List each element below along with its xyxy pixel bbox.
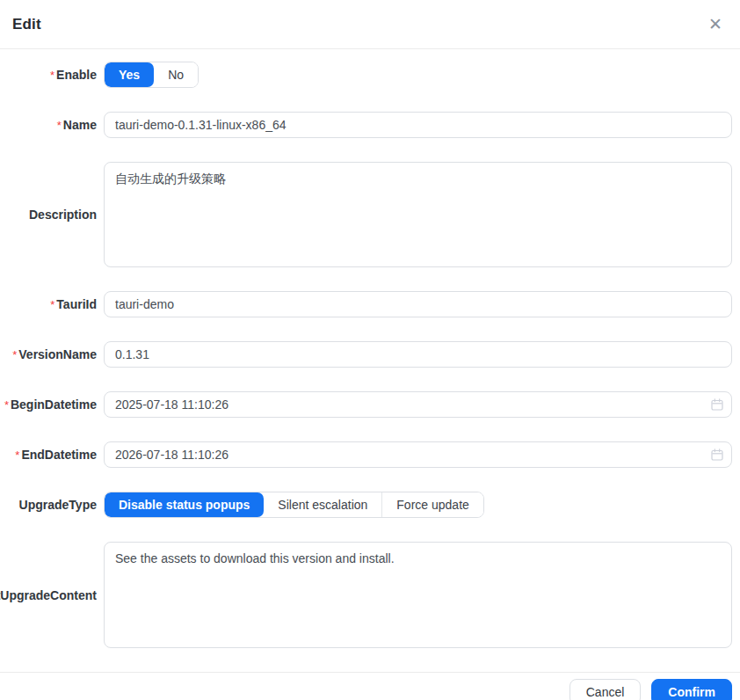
begindatetime-label-text: BeginDatetime [11,397,97,412]
required-mark: * [57,119,62,132]
close-icon[interactable]: ✕ [707,14,724,34]
upgradetype-label-text: UpgradeType [19,498,97,512]
upgradetype-option-disable-popups[interactable]: Disable status popups [105,492,264,517]
row-upgradecontent: tUpgradeContent See the assets to downlo… [0,542,740,648]
row-enable: * Enable Yes No [0,62,740,88]
calendar-icon[interactable] [710,397,724,412]
enddatetime-label: * EndDatetime [0,448,97,462]
calendar-icon[interactable] [710,448,724,462]
versionname-label: * VersionName [0,347,97,361]
upgradetype-option-force-update[interactable]: Force update [381,492,483,517]
begindatetime-input[interactable] [104,391,732,418]
name-label-text: Name [63,118,97,132]
tauriid-label-text: TauriId [56,297,97,311]
name-label: * Name [0,118,97,132]
upgradecontent-control: See the assets to download this version … [104,542,732,648]
upgradecontent-textarea[interactable]: See the assets to download this version … [104,542,732,648]
upgradetype-option-silent-escalation[interactable]: Silent escalation [264,492,381,517]
tauriid-input[interactable] [104,291,732,317]
begindatetime-control [104,391,732,418]
enable-label: * Enable [0,68,97,82]
enable-toggle-group: Yes No [104,62,199,88]
dialog-footer: Cancel Confirm [0,672,740,700]
enable-control: Yes No [104,62,732,88]
enable-yes-button[interactable]: Yes [105,62,154,87]
edit-dialog: Edit ✕ * Enable Yes No * Name [0,0,740,700]
versionname-label-text: VersionName [18,347,97,361]
name-input[interactable] [104,112,732,138]
row-tauriid: * TauriId [0,291,740,317]
required-mark: * [4,398,9,412]
upgradetype-control: Disable status popups Silent escalation … [104,492,732,518]
upgradecontent-label: tUpgradeContent [0,588,97,602]
confirm-button[interactable]: Confirm [651,679,732,700]
dialog-title: Edit [12,16,41,33]
description-label-text: Description [29,208,97,222]
description-label: Description [0,208,97,222]
cancel-button[interactable]: Cancel [570,679,642,700]
row-upgradetype: UpgradeType Disable status popups Silent… [0,492,740,518]
edit-form: * Enable Yes No * Name Descriptio [0,49,740,672]
row-name: * Name [0,112,740,138]
description-textarea[interactable]: 自动生成的升级策略 [104,162,732,267]
upgradetype-segment-group: Disable status popups Silent escalation … [104,492,484,518]
name-control [104,112,732,138]
row-description: Description 自动生成的升级策略 [0,162,740,267]
dialog-header: Edit ✕ [0,0,740,49]
tauriid-label: * TauriId [0,297,97,311]
row-begindatetime: * BeginDatetime [0,391,740,418]
required-mark: * [50,69,54,82]
versionname-control [104,341,732,368]
tauriid-control [104,291,732,317]
row-versionname: * VersionName [0,341,740,368]
enddatetime-input[interactable] [104,441,732,468]
upgradetype-label: UpgradeType [0,498,97,512]
begindatetime-label: * BeginDatetime [0,397,97,412]
enddatetime-label-text: EndDatetime [21,448,97,462]
required-mark: * [12,348,17,361]
required-mark: * [15,448,19,462]
required-mark: * [50,298,54,311]
enddatetime-control [104,441,732,468]
enable-no-button[interactable]: No [154,62,198,87]
enable-label-text: Enable [56,68,97,82]
row-enddatetime: * EndDatetime [0,441,740,468]
upgradecontent-label-text: tUpgradeContent [0,588,97,602]
versionname-input[interactable] [104,341,732,368]
description-control: 自动生成的升级策略 [104,162,732,267]
